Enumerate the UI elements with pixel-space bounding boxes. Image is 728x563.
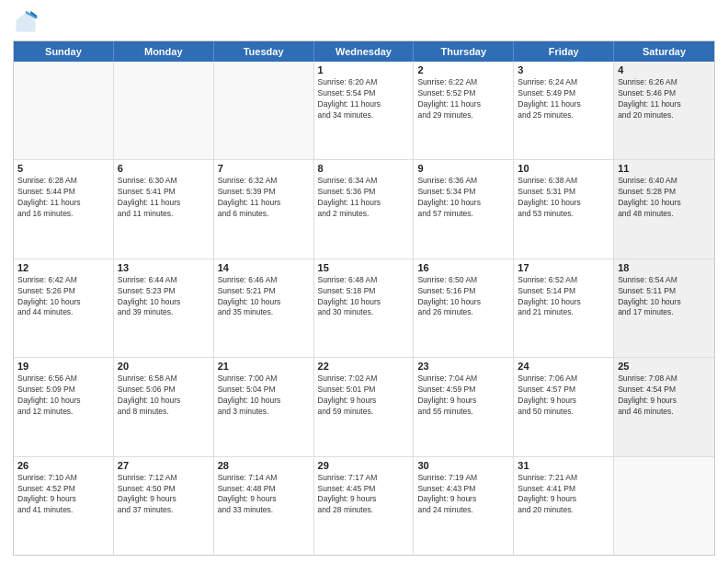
calendar-cell: 22Sunrise: 7:02 AM Sunset: 5:01 PM Dayli… xyxy=(314,358,415,455)
day-info: Sunrise: 6:46 AM Sunset: 5:21 PM Dayligh… xyxy=(218,275,310,319)
day-info: Sunrise: 6:30 AM Sunset: 5:41 PM Dayligh… xyxy=(118,176,210,220)
day-number: 29 xyxy=(318,460,410,471)
day-number: 2 xyxy=(417,64,509,75)
day-info: Sunrise: 6:38 AM Sunset: 5:31 PM Dayligh… xyxy=(518,176,609,220)
day-info: Sunrise: 6:22 AM Sunset: 5:52 PM Dayligh… xyxy=(417,77,509,121)
day-number: 9 xyxy=(417,163,509,174)
day-info: Sunrise: 7:19 AM Sunset: 4:43 PM Dayligh… xyxy=(417,473,509,517)
day-number: 15 xyxy=(318,262,410,273)
day-info: Sunrise: 7:08 AM Sunset: 4:54 PM Dayligh… xyxy=(618,373,711,418)
calendar-cell: 21Sunrise: 7:00 AM Sunset: 5:04 PM Dayli… xyxy=(214,358,314,455)
day-number: 22 xyxy=(318,361,410,372)
calendar-cell: 29Sunrise: 7:17 AM Sunset: 4:45 PM Dayli… xyxy=(314,457,415,555)
day-info: Sunrise: 7:17 AM Sunset: 4:45 PM Dayligh… xyxy=(318,473,410,517)
day-info: Sunrise: 6:52 AM Sunset: 5:14 PM Dayligh… xyxy=(518,275,609,319)
day-number: 28 xyxy=(218,460,310,471)
day-info: Sunrise: 7:14 AM Sunset: 4:48 PM Dayligh… xyxy=(218,473,310,517)
calendar-row-1: 5Sunrise: 6:28 AM Sunset: 5:44 PM Daylig… xyxy=(14,160,714,259)
day-number: 27 xyxy=(118,460,210,471)
day-number: 5 xyxy=(17,163,109,174)
calendar-cell: 18Sunrise: 6:54 AM Sunset: 5:11 PM Dayli… xyxy=(614,259,714,357)
day-number: 19 xyxy=(17,361,109,372)
calendar-row-3: 19Sunrise: 6:56 AM Sunset: 5:09 PM Dayli… xyxy=(14,358,714,456)
day-info: Sunrise: 6:56 AM Sunset: 5:09 PM Dayligh… xyxy=(17,373,109,418)
weekday-header-monday: Monday xyxy=(114,41,214,62)
day-number: 16 xyxy=(417,262,509,273)
day-number: 10 xyxy=(518,163,609,174)
calendar-cell: 8Sunrise: 6:34 AM Sunset: 5:36 PM Daylig… xyxy=(314,160,415,258)
calendar-row-2: 12Sunrise: 6:42 AM Sunset: 5:26 PM Dayli… xyxy=(14,259,714,358)
day-info: Sunrise: 6:24 AM Sunset: 5:49 PM Dayligh… xyxy=(518,77,609,121)
calendar-cell: 5Sunrise: 6:28 AM Sunset: 5:44 PM Daylig… xyxy=(14,160,114,258)
calendar-cell: 6Sunrise: 6:30 AM Sunset: 5:41 PM Daylig… xyxy=(114,160,214,258)
calendar-cell: 24Sunrise: 7:06 AM Sunset: 4:57 PM Dayli… xyxy=(514,358,614,455)
calendar-cell: 15Sunrise: 6:48 AM Sunset: 5:18 PM Dayli… xyxy=(314,259,415,357)
day-info: Sunrise: 7:10 AM Sunset: 4:52 PM Dayligh… xyxy=(17,473,109,517)
day-info: Sunrise: 7:06 AM Sunset: 4:57 PM Dayligh… xyxy=(518,373,609,418)
day-info: Sunrise: 6:20 AM Sunset: 5:54 PM Dayligh… xyxy=(318,77,410,121)
day-info: Sunrise: 6:50 AM Sunset: 5:16 PM Dayligh… xyxy=(417,275,509,319)
weekday-header-friday: Friday xyxy=(514,41,614,62)
calendar-cell: 16Sunrise: 6:50 AM Sunset: 5:16 PM Dayli… xyxy=(414,259,514,357)
weekday-header-tuesday: Tuesday xyxy=(214,41,314,62)
header xyxy=(13,9,715,35)
calendar-cell: 26Sunrise: 7:10 AM Sunset: 4:52 PM Dayli… xyxy=(14,457,114,555)
day-info: Sunrise: 6:54 AM Sunset: 5:11 PM Dayligh… xyxy=(618,275,711,319)
calendar-cell: 3Sunrise: 6:24 AM Sunset: 5:49 PM Daylig… xyxy=(514,62,614,159)
calendar-cell: 9Sunrise: 6:36 AM Sunset: 5:34 PM Daylig… xyxy=(414,160,514,258)
page-container: SundayMondayTuesdayWednesdayThursdayFrid… xyxy=(0,0,728,563)
day-number: 17 xyxy=(518,262,609,273)
calendar-cell xyxy=(114,62,214,159)
day-number: 23 xyxy=(417,361,509,372)
day-number: 26 xyxy=(17,460,109,471)
day-number: 3 xyxy=(518,64,609,75)
day-info: Sunrise: 6:42 AM Sunset: 5:26 PM Dayligh… xyxy=(17,275,109,319)
day-info: Sunrise: 7:02 AM Sunset: 5:01 PM Dayligh… xyxy=(318,373,410,418)
calendar-cell xyxy=(614,457,714,555)
calendar-header: SundayMondayTuesdayWednesdayThursdayFrid… xyxy=(14,41,714,62)
calendar-cell: 31Sunrise: 7:21 AM Sunset: 4:41 PM Dayli… xyxy=(514,457,614,555)
day-number: 18 xyxy=(618,262,711,273)
day-info: Sunrise: 6:40 AM Sunset: 5:28 PM Dayligh… xyxy=(618,176,711,220)
calendar-cell: 2Sunrise: 6:22 AM Sunset: 5:52 PM Daylig… xyxy=(414,62,514,159)
day-info: Sunrise: 6:44 AM Sunset: 5:23 PM Dayligh… xyxy=(118,275,210,319)
calendar-cell: 30Sunrise: 7:19 AM Sunset: 4:43 PM Dayli… xyxy=(414,457,514,555)
day-info: Sunrise: 6:28 AM Sunset: 5:44 PM Dayligh… xyxy=(17,176,109,220)
day-number: 12 xyxy=(17,262,109,273)
day-info: Sunrise: 6:34 AM Sunset: 5:36 PM Dayligh… xyxy=(318,176,410,220)
calendar-cell: 12Sunrise: 6:42 AM Sunset: 5:26 PM Dayli… xyxy=(14,259,114,357)
logo-icon xyxy=(13,9,39,35)
calendar-cell: 1Sunrise: 6:20 AM Sunset: 5:54 PM Daylig… xyxy=(314,62,415,159)
day-number: 24 xyxy=(518,361,609,372)
day-number: 8 xyxy=(318,163,410,174)
day-info: Sunrise: 7:12 AM Sunset: 4:50 PM Dayligh… xyxy=(118,473,210,517)
day-number: 14 xyxy=(218,262,310,273)
day-info: Sunrise: 6:58 AM Sunset: 5:06 PM Dayligh… xyxy=(118,373,210,418)
day-number: 7 xyxy=(218,163,310,174)
calendar-cell: 23Sunrise: 7:04 AM Sunset: 4:59 PM Dayli… xyxy=(414,358,514,455)
day-number: 13 xyxy=(118,262,210,273)
calendar-cell: 14Sunrise: 6:46 AM Sunset: 5:21 PM Dayli… xyxy=(214,259,314,357)
calendar-cell: 4Sunrise: 6:26 AM Sunset: 5:46 PM Daylig… xyxy=(614,62,714,159)
calendar: SundayMondayTuesdayWednesdayThursdayFrid… xyxy=(13,40,715,556)
day-number: 30 xyxy=(417,460,509,471)
calendar-row-4: 26Sunrise: 7:10 AM Sunset: 4:52 PM Dayli… xyxy=(14,457,714,555)
day-info: Sunrise: 6:32 AM Sunset: 5:39 PM Dayligh… xyxy=(218,176,310,220)
weekday-header-thursday: Thursday xyxy=(414,41,514,62)
weekday-header-wednesday: Wednesday xyxy=(314,41,415,62)
calendar-cell: 10Sunrise: 6:38 AM Sunset: 5:31 PM Dayli… xyxy=(514,160,614,258)
weekday-header-saturday: Saturday xyxy=(614,41,714,62)
calendar-cell: 11Sunrise: 6:40 AM Sunset: 5:28 PM Dayli… xyxy=(614,160,714,258)
day-info: Sunrise: 7:04 AM Sunset: 4:59 PM Dayligh… xyxy=(417,373,509,418)
calendar-cell: 28Sunrise: 7:14 AM Sunset: 4:48 PM Dayli… xyxy=(214,457,314,555)
day-number: 20 xyxy=(118,361,210,372)
day-number: 31 xyxy=(518,460,609,471)
day-info: Sunrise: 6:26 AM Sunset: 5:46 PM Dayligh… xyxy=(618,77,711,121)
day-number: 25 xyxy=(618,361,711,372)
calendar-cell: 20Sunrise: 6:58 AM Sunset: 5:06 PM Dayli… xyxy=(114,358,214,455)
calendar-cell: 27Sunrise: 7:12 AM Sunset: 4:50 PM Dayli… xyxy=(114,457,214,555)
calendar-row-0: 1Sunrise: 6:20 AM Sunset: 5:54 PM Daylig… xyxy=(14,62,714,160)
calendar-body: 1Sunrise: 6:20 AM Sunset: 5:54 PM Daylig… xyxy=(14,62,714,555)
calendar-cell xyxy=(214,62,314,159)
day-number: 6 xyxy=(118,163,210,174)
